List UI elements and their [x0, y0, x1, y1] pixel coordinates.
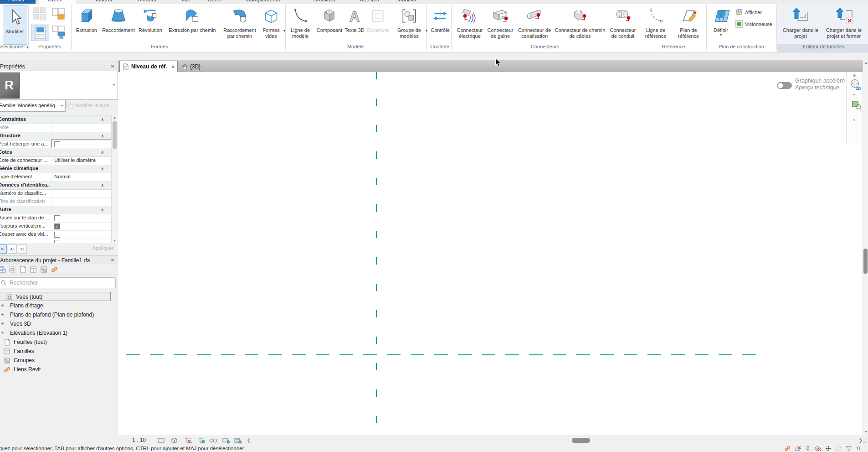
family-filter-combo[interactable]: Famille: Modèles génériq [0, 100, 66, 112]
collapse-icon[interactable] [101, 116, 104, 124]
project-browser-titlebar[interactable]: Arborescence du projet - Famille1.rfa [0, 255, 118, 265]
close-icon[interactable] [109, 256, 116, 265]
checkbox-unchecked[interactable] [54, 141, 60, 147]
reference-plane-button[interactable]: Plan de référence [671, 5, 706, 39]
crop-view-icon[interactable] [184, 436, 193, 444]
tree-item-families[interactable]: Familles [0, 347, 117, 356]
select-by-face-icon[interactable] [815, 446, 821, 452]
browser-groups-icon[interactable] [40, 266, 48, 273]
tab-creer[interactable]: Créer [48, 0, 62, 3]
property-group-row[interactable]: Autre [0, 206, 111, 214]
navbar-caret-icon[interactable] [847, 119, 862, 122]
expand-icon[interactable] [1, 328, 4, 338]
browser-search-input[interactable]: Rechercher [0, 277, 116, 288]
steering-wheel-icon[interactable]: 2D [848, 78, 863, 91]
apply-button[interactable]: Appliquer [92, 245, 113, 251]
tab-meabs[interactable]: MEABS [360, 0, 379, 3]
component-button[interactable]: Composant [315, 5, 344, 33]
blend-button[interactable]: Raccordement [99, 5, 138, 33]
property-row[interactable]: Couper avec des vid... [0, 230, 111, 239]
type-selector-caret-icon[interactable] [113, 83, 115, 87]
property-row[interactable]: Numéro de classific... [0, 189, 111, 198]
vertical-scrollbar[interactable]: ▲ ▼ [863, 60, 868, 435]
hide-isolate-icon[interactable] [209, 436, 218, 444]
property-group-row[interactable]: Structure [0, 132, 111, 140]
select-pinned-icon[interactable] [805, 446, 811, 452]
scroll-down-icon[interactable]: ▼ [863, 429, 868, 434]
tab-complements[interactable]: Compléments [246, 0, 280, 3]
resize-grip-icon[interactable] [863, 439, 867, 443]
reference-plane-horizontal[interactable] [126, 354, 757, 355]
horizontal-scrollbar-handle[interactable] [572, 438, 590, 443]
collapse-icon[interactable] [101, 149, 104, 156]
edit-type-button[interactable]: Modifier le type [66, 100, 117, 111]
properties-panel-titlebar[interactable]: Propriétés [0, 62, 118, 72]
tab-inserer[interactable]: Insérer [96, 0, 113, 3]
electrical-connector-button[interactable]: Connecteur électrique [455, 5, 485, 39]
scrollbar-handle[interactable] [863, 249, 868, 274]
accelerated-graphics-toggle[interactable] [777, 82, 792, 89]
dropdown-caret-icon[interactable] [283, 29, 285, 33]
properties-palette-button[interactable] [31, 24, 49, 41]
collapse-icon[interactable] [101, 132, 104, 140]
show-workplane-button[interactable]: Afficher [735, 8, 762, 16]
view-tab-active[interactable]: Niveau de réf. [119, 61, 178, 72]
void-forms-button[interactable]: Formes vides [259, 5, 283, 39]
set-workplane-button[interactable]: Définir [710, 5, 732, 37]
property-group-row[interactable]: Contraintes [0, 115, 111, 124]
close-icon[interactable] [109, 62, 116, 71]
modify-button[interactable]: Modifier [3, 5, 27, 45]
tree-item-floor-plans[interactable]: Plans d'étage [0, 301, 117, 310]
select-underlay-icon[interactable] [795, 446, 801, 452]
browser-sheets-icon[interactable] [19, 266, 27, 273]
scale-button[interactable]: 1 : 10 [132, 437, 146, 443]
load-into-project-button[interactable]: Charger dans le projet [780, 5, 821, 39]
viewer-button[interactable]: Visionneuse [735, 20, 772, 28]
checkbox-unchecked[interactable] [54, 215, 60, 221]
sort-asc-icon[interactable]: A↓ [8, 244, 17, 254]
conduit-connector-button[interactable]: Connecteur de conduit [608, 5, 638, 39]
select-links-icon[interactable] [784, 446, 791, 452]
reference-line-button[interactable]: Ligne de référence [642, 5, 670, 39]
family-types-button[interactable] [31, 5, 48, 22]
dropdown-caret-icon[interactable] [720, 33, 722, 37]
control-button[interactable]: Contrôle [428, 5, 452, 33]
property-group-row[interactable]: Données d'identifica... [0, 181, 111, 190]
checkbox-unchecked[interactable] [54, 232, 60, 238]
visual-style-icon[interactable] [169, 436, 179, 444]
sweep-button[interactable]: Extrusion par chemin [164, 5, 221, 33]
property-row[interactable]: Titre de classification [0, 197, 111, 206]
checkbox-checked[interactable] [54, 223, 60, 229]
expand-icon[interactable] [1, 319, 4, 328]
tree-item-views[interactable]: Vues (tout) [0, 292, 111, 301]
collapse-icon[interactable] [101, 165, 104, 173]
tab-fichier[interactable]: Fichier [0, 0, 36, 4]
scroll-up-icon[interactable]: ▲ [863, 60, 868, 65]
navbar-caret-icon[interactable] [847, 93, 862, 97]
scroll-down-icon[interactable]: ▼ [112, 238, 117, 243]
type-selector[interactable]: R [0, 71, 118, 100]
scrollbar-handle[interactable] [113, 121, 117, 149]
property-row[interactable]: Basée sur le plan de ... [0, 214, 111, 223]
show-crop-icon[interactable] [197, 436, 206, 444]
dropdown-caret-icon[interactable] [426, 29, 427, 33]
sort-desc-icon[interactable]: Z↓ [18, 244, 27, 254]
tree-item-revit-links[interactable]: Liens Revit [0, 365, 117, 374]
properties-scrollbar[interactable]: ▲ ▼ [111, 115, 118, 243]
tab-archilizer[interactable]: Archilizer [313, 0, 336, 3]
tree-item-ceiling-plans[interactable]: Plans de plafond (Plan de plafond) [0, 310, 117, 319]
property-row[interactable]: Type d'élémentNormal [0, 173, 111, 182]
model-line-button[interactable]: Ligne de modèle [287, 5, 313, 39]
collapse-icon[interactable] [101, 182, 104, 189]
close-tab-icon[interactable] [171, 64, 175, 69]
collapse-icon[interactable] [101, 206, 104, 214]
zoom-region-icon[interactable] [849, 100, 863, 110]
expand-icon[interactable] [1, 310, 4, 319]
navbar-close-icon[interactable]: ⊗ [847, 73, 862, 78]
property-row[interactable]: Toujours verticalem... [0, 222, 111, 231]
drawing-canvas[interactable]: Graphique accéléré Aperçu technique ⊗ 2D [118, 72, 863, 435]
tree-item-sheets[interactable]: Feuilles (tout) [0, 338, 117, 347]
duct-connector-button[interactable]: Connecteur de gaine [486, 5, 515, 39]
model-text-button[interactable]: A Texte 3D [344, 5, 365, 33]
expand-icon[interactable] [1, 301, 4, 310]
